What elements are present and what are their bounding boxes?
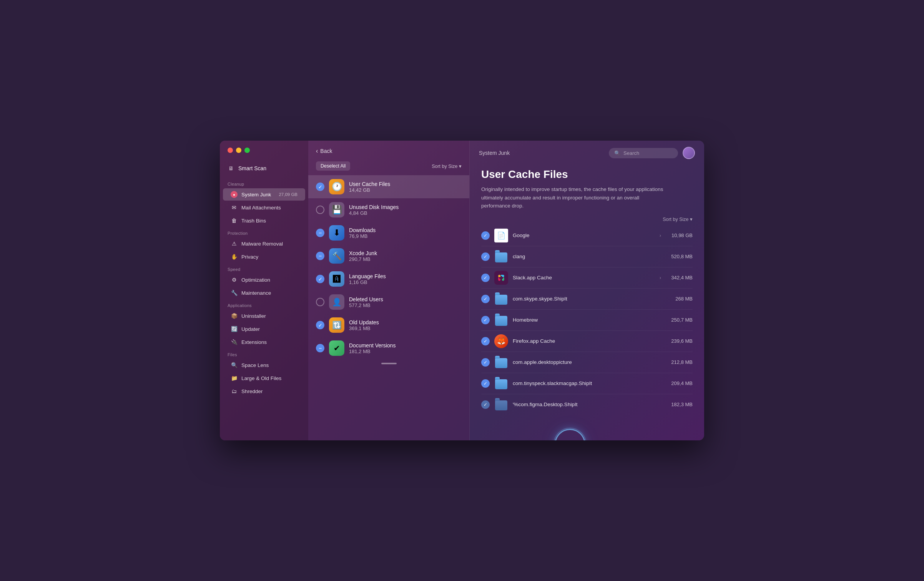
mail-icon: ✉ <box>231 204 238 211</box>
cache-checkbox[interactable]: ✓ <box>481 274 490 282</box>
maximize-dot[interactable] <box>244 148 250 153</box>
right-header: System Junk 🔍 <box>470 141 704 165</box>
system-junk-label: System Junk <box>241 192 271 198</box>
middle-list: ✓ 🕐 User Cache Files 14,42 GB 💾 Unused D… <box>308 174 469 440</box>
clang-icon <box>494 250 508 264</box>
cache-item[interactable]: ✓ clang 520,8 MB <box>481 246 693 267</box>
svg-rect-5 <box>503 277 504 279</box>
checkbox-checked[interactable]: ✓ <box>316 275 324 283</box>
cache-item[interactable]: ✓ com.tinyspeck.slackmacgap.ShipIt 209,4… <box>481 373 693 394</box>
sidebar-item-maintenance[interactable]: 🔧 Maintenance <box>223 287 305 299</box>
sidebar: 🖥 Smart Scan Cleanup ● System Junk 27,09… <box>220 141 308 440</box>
right-panel: System Junk 🔍 User Cache Files Originall… <box>470 141 704 440</box>
cache-item[interactable]: ✓ com.skype.skype.ShipIt 268 MB <box>481 289 693 310</box>
sidebar-item-uninstaller[interactable]: 📦 Uninstaller <box>223 310 305 322</box>
list-item[interactable]: ✓ 🕐 User Cache Files 14,42 GB <box>308 175 469 198</box>
right-header-actions: 🔍 <box>609 147 695 159</box>
close-dot[interactable] <box>228 148 233 153</box>
cache-item-size: 239,6 MB <box>666 338 693 344</box>
sidebar-item-shredder[interactable]: 🗂 Shredder <box>223 385 305 397</box>
checkbox-checked[interactable]: ✓ <box>316 321 324 329</box>
middle-header: ‹ Back <box>308 141 469 158</box>
checkbox-empty[interactable] <box>316 206 324 214</box>
system-junk-icon: ● <box>231 191 238 198</box>
search-bar[interactable]: 🔍 <box>609 148 678 158</box>
item-name: Language Files <box>349 273 462 279</box>
shredder-icon: 🗂 <box>231 388 238 395</box>
sidebar-item-optimization[interactable]: ⚙ Optimization <box>223 274 305 286</box>
search-input[interactable] <box>623 150 670 156</box>
list-item[interactable]: − ✔ Document Versions 181,2 MB <box>308 337 469 360</box>
checkbox-partial[interactable]: − <box>316 252 324 260</box>
homebrew-icon <box>494 313 508 327</box>
deleted-users-icon: 👤 <box>329 294 344 310</box>
sidebar-item-space-lens[interactable]: 🔍 Space Lens <box>223 359 305 371</box>
cache-item-size: 182,3 MB <box>666 402 693 407</box>
sidebar-item-privacy[interactable]: ✋ Privacy <box>223 251 305 263</box>
cache-item[interactable]: ✓ Homebrew 250,7 MB <box>481 310 693 331</box>
checkbox-empty[interactable] <box>316 298 324 306</box>
malware-removal-label: Malware Removal <box>241 241 283 247</box>
maintenance-label: Maintenance <box>241 290 271 296</box>
clean-button[interactable]: Clean <box>555 429 585 440</box>
sidebar-item-extensions[interactable]: 🔌 Extensions <box>223 336 305 348</box>
sort-by-size-dropdown[interactable]: Sort by Size ▾ <box>432 163 462 169</box>
list-item[interactable]: − ⬇ Downloads 76,9 MB <box>308 221 469 244</box>
sidebar-item-large-old-files[interactable]: 📁 Large & Old Files <box>223 372 305 384</box>
item-size: 76,9 MB <box>349 233 462 239</box>
cache-item-name: com.skype.skype.ShipIt <box>513 296 661 302</box>
checkbox-checked[interactable]: ✓ <box>316 183 324 191</box>
cache-checkbox[interactable]: ✓ <box>481 252 490 261</box>
cache-item-name: clang <box>513 254 661 259</box>
large-old-files-label: Large & Old Files <box>241 375 281 381</box>
item-name: User Cache Files <box>349 181 462 187</box>
sidebar-item-updater[interactable]: 🔄 Updater <box>223 323 305 335</box>
cache-checkbox[interactable]: ✓ <box>481 379 490 388</box>
avatar[interactable] <box>683 147 695 159</box>
cache-item[interactable]: ✓ Slack.app Cache <box>481 267 693 289</box>
malware-icon: ⚠ <box>231 240 238 247</box>
sidebar-item-smart-scan[interactable]: 🖥 Smart Scan <box>220 162 308 175</box>
list-item[interactable]: 💾 Unused Disk Images 4,84 GB <box>308 198 469 221</box>
sidebar-item-mail-attachments[interactable]: ✉ Mail Attachments <box>223 201 305 214</box>
right-header-left: System Junk <box>479 150 510 156</box>
checkbox-partial[interactable]: − <box>316 344 324 352</box>
cache-item[interactable]: ✓ 🦊 Firefox.app Cache 239,6 MB <box>481 331 693 352</box>
cache-item[interactable]: ✓ '%com.figma.Desktop.ShipIt 182,3 MB <box>481 394 693 415</box>
minimize-dot[interactable] <box>236 148 241 153</box>
section-protection-label: Protection <box>220 227 308 237</box>
mail-attachments-label: Mail Attachments <box>241 205 281 211</box>
item-info: Xcode Junk 290,7 MB <box>349 250 462 262</box>
cache-item-size: 209,4 MB <box>666 380 693 386</box>
cache-checkbox[interactable]: ✓ <box>481 316 490 324</box>
cache-checkbox[interactable]: ✓ <box>481 231 490 240</box>
cache-checkbox[interactable]: ✓ <box>481 295 490 303</box>
back-button[interactable]: ‹ Back <box>316 148 332 154</box>
middle-panel: ‹ Back Deselect All Sort by Size ▾ ✓ 🕐 U… <box>308 141 470 440</box>
sidebar-item-trash-bins[interactable]: 🗑 Trash Bins <box>223 214 305 227</box>
deselect-all-button[interactable]: Deselect All <box>316 161 350 171</box>
list-item[interactable]: 👤 Deleted Users 577,2 MB <box>308 290 469 314</box>
cache-item[interactable]: ✓ com.apple.desktoppicture 212,8 MB <box>481 352 693 373</box>
cache-item-name: Homebrew <box>513 317 661 323</box>
sidebar-item-system-junk[interactable]: ● System Junk 27,09 GB <box>223 188 305 201</box>
list-item[interactable]: ✓ 🔃 Old Updates 369,1 MB <box>308 314 469 337</box>
cache-sort-dropdown[interactable]: Sort by Size ▾ <box>481 216 693 222</box>
optimization-icon: ⚙ <box>231 276 238 283</box>
updater-label: Updater <box>241 326 260 332</box>
cache-list: ✓ 📄 Google › 10,98 GB ✓ clang 520,8 MB <box>481 225 693 415</box>
firefox-icon: 🦊 <box>494 334 508 348</box>
privacy-icon: ✋ <box>231 253 238 260</box>
trash-icon: 🗑 <box>231 217 238 224</box>
cache-checkbox[interactable]: ✓ <box>481 358 490 367</box>
sidebar-item-malware-removal[interactable]: ⚠ Malware Removal <box>223 237 305 250</box>
cache-item[interactable]: ✓ 📄 Google › 10,98 GB <box>481 225 693 246</box>
cache-checkbox[interactable]: ✓ <box>481 400 490 409</box>
item-info: Document Versions 181,2 MB <box>349 342 462 354</box>
checkbox-partial[interactable]: − <box>316 229 324 237</box>
cache-checkbox[interactable]: ✓ <box>481 337 490 345</box>
list-item[interactable]: − 🔨 Xcode Junk 290,7 MB <box>308 244 469 267</box>
list-item[interactable]: ✓ 🅰 Language Files 1,16 GB <box>308 267 469 290</box>
shredder-label: Shredder <box>241 388 263 394</box>
extensions-icon: 🔌 <box>231 339 238 345</box>
